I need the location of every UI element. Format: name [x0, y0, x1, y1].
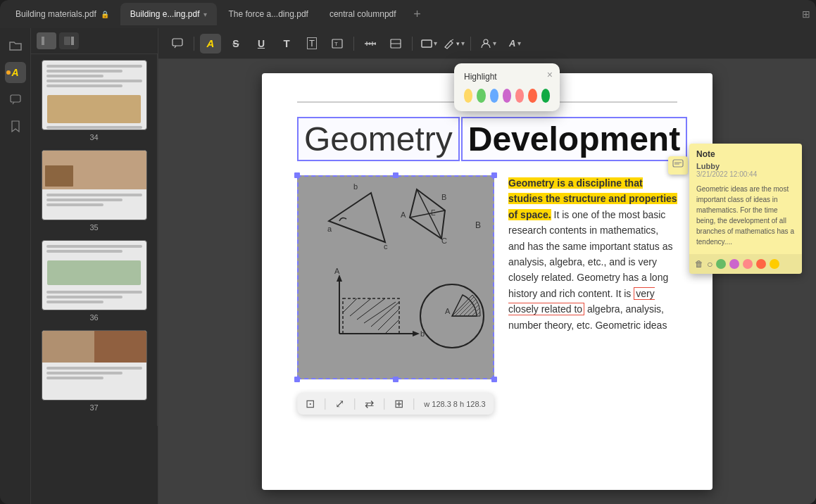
- thumb-label-35: 35: [89, 223, 98, 232]
- svg-rect-0: [11, 95, 20, 102]
- stamp-tool-btn[interactable]: A ▾: [505, 34, 525, 53]
- heading-development: Development: [461, 117, 687, 161]
- thumbnail-page-36[interactable]: 36: [37, 240, 151, 322]
- text-content: Geometry is a discipline that studies th…: [508, 175, 677, 379]
- body-text: Geometry is a discipline that studies th…: [508, 175, 677, 333]
- sidebar-icon-annotation[interactable]: A: [5, 62, 26, 83]
- thumb-img-34: [42, 60, 147, 130]
- note-body-text: Geometric ideas are the most important c…: [689, 181, 802, 254]
- tab-building-e[interactable]: Building e...ing.pdf ▾: [120, 3, 218, 25]
- note-author-date: Lubby 3/21/2022 12:00:44: [689, 162, 802, 181]
- thumbnail-page-34[interactable]: 34: [37, 60, 151, 141]
- heading-geometry: Geometry: [297, 117, 460, 161]
- comment-tool-btn[interactable]: [167, 34, 188, 53]
- thumbnail-page-37[interactable]: 37: [37, 330, 151, 412]
- thumb-label-36: 36: [89, 313, 98, 322]
- svg-rect-48: [673, 160, 683, 167]
- sidebar-icon-bookmark[interactable]: [5, 115, 26, 137]
- content-area: A S U T T T: [158, 28, 816, 504]
- thumbnail-list: 34 35: [31, 54, 158, 426]
- page-heading: Geometry Development: [297, 117, 677, 161]
- svg-rect-3: [64, 37, 70, 45]
- text-tool-btn[interactable]: T: [276, 34, 297, 53]
- draw-tool-btn[interactable]: ▾ ▾: [444, 34, 465, 53]
- tab-label: The force a...ding.pdf: [228, 9, 308, 19]
- tab-label: Building materials.pdf: [15, 9, 96, 19]
- note-color-pink[interactable]: [743, 259, 753, 269]
- shape-tool-btn[interactable]: ▾: [418, 34, 439, 53]
- thumb-label-34: 34: [89, 133, 98, 141]
- note-date: 3/21/2022 12:00:44: [696, 170, 795, 178]
- sidebar-icons: A: [0, 28, 31, 504]
- thumb-img-36: [42, 240, 147, 310]
- tab-dropdown-arrow[interactable]: ▾: [203, 11, 207, 18]
- svg-rect-4: [71, 37, 74, 45]
- hcolor-orange[interactable]: [528, 89, 536, 103]
- hcolor-dark-green[interactable]: [541, 89, 550, 103]
- measure-tool-btn[interactable]: [385, 34, 406, 53]
- hcolor-green[interactable]: [477, 89, 485, 103]
- svg-rect-1: [42, 37, 44, 45]
- thumbnail-page-35[interactable]: 35: [37, 150, 151, 232]
- ruler-tool-btn[interactable]: [360, 34, 381, 53]
- sidebar-icon-comment[interactable]: [5, 89, 26, 110]
- layout-icon[interactable]: ⊞: [802, 8, 810, 20]
- strikethrough-icon: S: [232, 38, 239, 49]
- crop-tool[interactable]: ⊡: [306, 397, 315, 410]
- person-tool-btn[interactable]: ▾: [477, 34, 501, 53]
- svg-text:T: T: [334, 41, 338, 47]
- shape-dropdown-arrow: ▾: [434, 39, 437, 47]
- svg-rect-5: [172, 39, 182, 46]
- flip-tool[interactable]: ⇄: [365, 397, 374, 410]
- annotation-letter: A: [11, 67, 18, 78]
- hcolor-blue[interactable]: [490, 89, 498, 103]
- geometry-image[interactable]: b a c B A C: [297, 175, 494, 379]
- note-delete-btn[interactable]: 🗑: [695, 259, 703, 269]
- note-footer: 🗑 ○: [689, 254, 802, 274]
- highlight-popup-close[interactable]: ×: [547, 69, 553, 80]
- hcolor-pink[interactable]: [515, 89, 524, 103]
- font-tool-btn[interactable]: T: [301, 34, 322, 53]
- hcolor-yellow[interactable]: [464, 89, 472, 103]
- underline-tool-btn[interactable]: U: [251, 34, 272, 53]
- toggle-sidebar-left[interactable]: [37, 32, 56, 49]
- note-color-yellow[interactable]: [770, 259, 779, 269]
- note-circle-btn[interactable]: ○: [707, 258, 713, 270]
- note-author: Lubby: [696, 162, 795, 170]
- hcolor-purple[interactable]: [503, 89, 511, 103]
- font-icon: T: [307, 37, 317, 49]
- separator-1: [194, 37, 194, 51]
- lock-icon: 🔒: [101, 11, 109, 18]
- textbox-tool-btn[interactable]: T: [327, 34, 348, 53]
- highlight-color-picker: [464, 89, 550, 103]
- svg-rect-2: [45, 37, 51, 45]
- toggle-sidebar-right[interactable]: [59, 32, 79, 49]
- frame-tool[interactable]: ⊞: [394, 397, 403, 410]
- stamp-icon: A: [509, 38, 515, 49]
- highlight-tool-btn[interactable]: A: [200, 34, 221, 53]
- add-tab-button[interactable]: +: [408, 4, 427, 24]
- underline-icon: U: [258, 38, 265, 49]
- note-color-green[interactable]: [716, 259, 726, 269]
- resize-tool[interactable]: ⤢: [335, 397, 344, 410]
- toolbar: A S U T T T: [158, 28, 816, 59]
- tab-label: central columnpdf: [329, 9, 396, 19]
- highlight-popup-title: Highlight: [464, 72, 550, 82]
- tab-building-materials[interactable]: Building materials.pdf 🔒: [6, 3, 119, 25]
- image-wrapper: b a c B A C: [297, 175, 494, 379]
- sidebar-icon-folder[interactable]: [5, 35, 26, 56]
- note-color-purple[interactable]: [729, 259, 739, 269]
- titlebar: Building materials.pdf 🔒 Building e...in…: [0, 0, 816, 28]
- note-icon-button[interactable]: [668, 156, 688, 175]
- pdf-scroll-area[interactable]: Geometry Development: [158, 59, 816, 504]
- tab-force[interactable]: The force a...ding.pdf: [218, 3, 318, 25]
- note-color-orange[interactable]: [756, 259, 766, 269]
- svg-point-17: [484, 39, 488, 44]
- strikethrough-tool-btn[interactable]: S: [225, 34, 246, 53]
- tab-central-column[interactable]: central columnpdf: [320, 3, 406, 25]
- svg-rect-15: [422, 40, 432, 47]
- separator-3: [412, 37, 413, 51]
- note-title: Note: [689, 144, 802, 162]
- body-text-normal: It is one of the most basic research con…: [508, 209, 672, 299]
- highlight-popup: × Highlight: [454, 63, 560, 111]
